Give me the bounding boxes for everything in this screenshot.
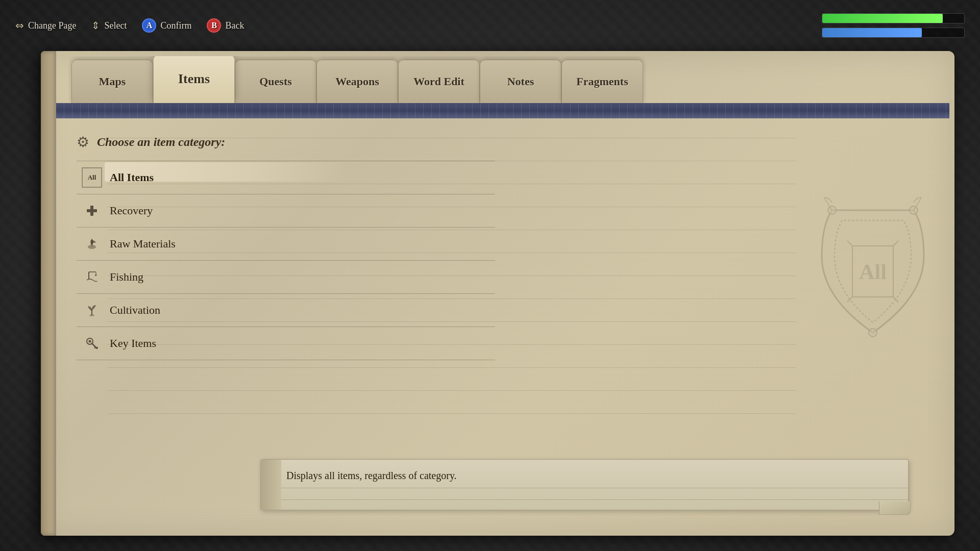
back-label: Back [225, 20, 244, 31]
category-item-key-items[interactable]: Key Items [77, 327, 495, 360]
tab-notes[interactable]: Notes [480, 60, 561, 103]
right-decoration: All [806, 185, 939, 358]
svg-text:All: All [859, 260, 887, 284]
tab-items[interactable]: Items [153, 56, 235, 103]
hp-bar-track [822, 13, 965, 23]
description-box: Displays all items, regardless of catego… [260, 459, 909, 510]
book-container: Maps Items Quests Weapons Word Edit Note… [41, 51, 954, 536]
category-item-fishing[interactable]: Fishing [77, 261, 495, 294]
fishing-label: Fishing [110, 270, 143, 284]
raw-materials-label: Raw Materials [110, 237, 176, 251]
hud-change-page: ⇔ Change Page [15, 19, 76, 32]
svg-point-10 [89, 340, 91, 343]
recovery-icon [82, 201, 102, 221]
hud-back: B Back [207, 18, 244, 33]
category-item-cultivation[interactable]: Cultivation [77, 294, 495, 327]
hud-bar: ⇔ Change Page ⇕ Select A Confirm B Back [0, 0, 980, 51]
all-badge: All [82, 167, 102, 188]
category-header: ⚙ Choose an item category: [77, 134, 929, 151]
hud-controls: ⇔ Change Page ⇕ Select A Confirm B Back [15, 18, 244, 33]
tab-word-edit[interactable]: Word Edit [398, 60, 480, 103]
svg-rect-1 [87, 209, 97, 212]
change-page-icon: ⇔ [15, 19, 24, 32]
all-items-label: All Items [110, 171, 154, 184]
status-bars [822, 13, 965, 38]
select-label: Select [104, 20, 127, 31]
svg-point-7 [95, 274, 97, 276]
category-item-recovery[interactable]: Recovery [77, 194, 495, 228]
description-text: Displays all items, regardless of catego… [286, 470, 457, 481]
a-button-icon: A [142, 18, 156, 33]
hud-confirm: A Confirm [142, 18, 191, 33]
confirm-label: Confirm [160, 20, 191, 31]
mp-bar-fill [822, 28, 922, 37]
category-list: All All Items Recovery [77, 161, 495, 360]
tab-weapons[interactable]: Weapons [316, 60, 398, 103]
fishing-icon [82, 267, 102, 287]
svg-point-16 [869, 329, 877, 337]
category-item-raw-materials[interactable]: Raw Materials [77, 228, 495, 261]
category-title: Choose an item category: [97, 135, 225, 149]
cultivation-label: Cultivation [110, 304, 160, 317]
book-inner: Maps Items Quests Weapons Word Edit Note… [56, 56, 949, 531]
shield-svg: All [817, 195, 929, 348]
key-items-label: Key Items [110, 337, 156, 350]
tab-maps[interactable]: Maps [71, 60, 153, 103]
tabs-row: Maps Items Quests Weapons Word Edit Note… [71, 56, 949, 103]
hud-select: ⇕ Select [91, 19, 127, 32]
key-items-icon [82, 333, 102, 354]
category-item-all[interactable]: All All Items [77, 161, 495, 194]
description-lines [281, 488, 908, 510]
hp-bar-fill [822, 14, 943, 23]
svg-point-8 [89, 314, 94, 316]
b-button-icon: B [207, 18, 221, 33]
mp-bar-track [822, 28, 965, 38]
select-icon: ⇕ [91, 19, 100, 32]
tab-quests[interactable]: Quests [235, 60, 316, 103]
category-icon: ⚙ [77, 134, 89, 151]
recovery-label: Recovery [110, 204, 153, 217]
change-page-label: Change Page [28, 20, 76, 31]
raw-materials-icon [82, 234, 102, 254]
banner-border [56, 103, 949, 118]
cultivation-icon [82, 300, 102, 320]
tab-fragments[interactable]: Fragments [561, 60, 643, 103]
